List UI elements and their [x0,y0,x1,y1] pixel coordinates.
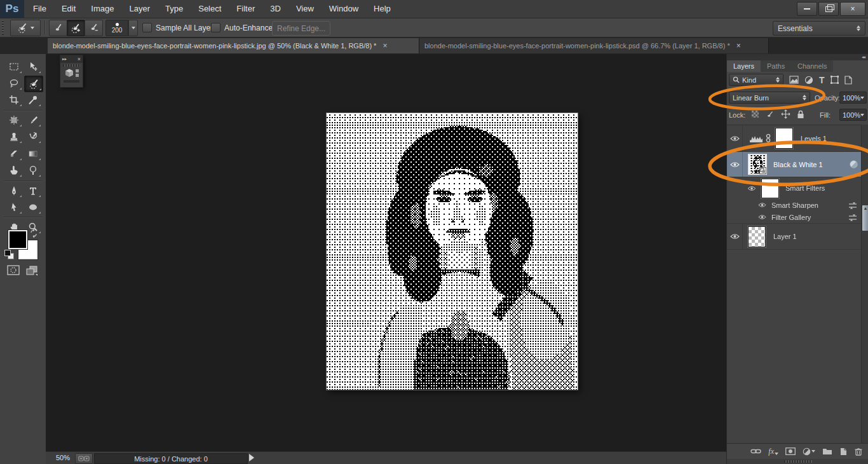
ellipse-shape-tool[interactable] [24,200,42,215]
document-canvas[interactable] [327,113,578,390]
opacity-field[interactable]: 100% [839,92,867,104]
swap-colors-icon[interactable] [29,229,38,238]
filter-adjustment-layers-icon[interactable] [804,76,813,85]
minimize-button[interactable] [797,2,817,16]
menu-layer[interactable]: Layer [122,0,158,18]
dock-resize-grip[interactable] [727,459,868,464]
path-selection-tool[interactable] [5,200,23,215]
layer-row-levels1[interactable]: Levels 1 [727,125,861,152]
levels-mask-thumbnail[interactable] [775,128,793,149]
layer-name[interactable]: Smart Filters [785,184,825,192]
layer-style-icon[interactable]: fx [768,447,778,456]
expand-panel-icon[interactable]: ▸▸ [62,57,67,62]
filter-name[interactable]: Smart Sharpen [771,201,818,209]
layer-row-layer1[interactable]: Layer 1 [727,224,861,250]
tab-channels[interactable]: Channels [791,60,833,72]
fill-field[interactable]: 100% [839,109,867,121]
scrollbar-thumb[interactable]: ▲ [862,205,868,231]
panel-grip[interactable] [63,64,80,67]
smudge-tool[interactable] [5,163,23,178]
delete-layer-trash-icon[interactable] [855,447,862,456]
lock-transparency-icon[interactable] [750,111,760,118]
refine-edge-button[interactable]: Refine Edge... [272,21,330,36]
layer-row-smart-sharpen[interactable]: Smart Sharpen [727,199,861,211]
new-adjustment-layer-icon[interactable] [803,447,815,456]
layer-name[interactable]: Levels 1 [801,135,827,142]
brush-tool[interactable] [24,113,42,128]
tab-close-icon[interactable]: × [383,41,387,50]
menu-select[interactable]: Select [191,0,229,18]
layer-name[interactable]: Black & White 1 [773,161,823,168]
visibility-toggle[interactable] [727,152,743,177]
layer-filter-kind-select[interactable]: Kind [729,74,783,86]
history-brush-tool[interactable] [24,129,42,144]
layer-row-black-white1[interactable]: Black & White 1 [727,152,861,177]
document-tab-2[interactable]: blonde-model-smiling-blue-eyes-face-port… [419,38,769,53]
lock-pixels-icon[interactable] [765,110,775,119]
subtract-from-selection-button[interactable] [85,20,103,36]
menu-help[interactable]: Help [366,0,398,18]
document-tab-1[interactable]: blonde-model-smiling-blue-eyes-face-port… [48,38,419,53]
visibility-toggle[interactable] [727,186,756,191]
workspace-switcher[interactable]: Essentials [773,21,865,36]
layer1-thumbnail[interactable] [748,226,766,247]
menu-edit[interactable]: Edit [54,0,83,18]
menu-image[interactable]: Image [83,0,121,18]
menu-view[interactable]: View [288,0,322,18]
tab-layers[interactable]: Layers [727,60,761,72]
lasso-tool[interactable] [5,76,23,91]
visibility-toggle[interactable] [727,214,766,220]
layer-row-filter-gallery[interactable]: Filter Gallery [727,211,861,224]
blend-mode-select[interactable]: Linear Burn [729,92,810,104]
new-layer-icon[interactable] [839,447,848,456]
visibility-toggle[interactable] [727,202,766,208]
layer-row-smart-filters[interactable]: Smart Filters [727,177,861,199]
zoom-level-field[interactable]: 50% [56,454,70,461]
new-group-icon[interactable] [822,447,832,455]
add-to-selection-button[interactable] [67,20,85,36]
visibility-toggle[interactable] [727,224,743,249]
menu-filter[interactable]: Filter [229,0,262,18]
filter-mask-thumbnail[interactable] [761,179,779,198]
gradient-tool[interactable] [24,146,42,161]
new-selection-button[interactable] [49,20,67,36]
eraser-tool[interactable] [5,146,23,161]
auto-enhance-checkbox[interactable] [211,23,220,32]
quick-selection-tool[interactable] [24,76,43,92]
link-layers-icon[interactable] [750,448,761,454]
layer-name[interactable]: Layer 1 [773,233,797,240]
sample-all-layers-option[interactable]: Sample All Layers [142,23,217,32]
crop-tool[interactable] [5,92,23,107]
status-icon-button[interactable] [75,453,93,464]
close-panel-icon[interactable]: × [78,56,81,62]
brush-dropdown-button[interactable] [128,20,138,36]
foreground-color-swatch[interactable] [8,230,27,249]
mask-link-icon[interactable] [766,133,771,143]
menu-type[interactable]: Type [158,0,191,18]
filter-type-layers-icon[interactable]: T [819,76,825,85]
filter-options-icon[interactable] [848,214,857,221]
close-button[interactable]: × [840,2,865,16]
status-expand-icon[interactable] [249,454,254,461]
add-layer-mask-icon[interactable] [785,447,796,455]
rectangular-marquee-tool[interactable] [5,59,23,74]
layers-scrollbar[interactable]: ▲ [861,125,868,464]
type-tool[interactable] [24,183,42,198]
filter-smart-objects-icon[interactable] [844,76,852,85]
lock-position-icon[interactable] [780,109,790,119]
options-grip[interactable] [2,20,4,35]
collapse-dock-icon[interactable]: ◂◂ [862,55,865,60]
tool-preset-picker[interactable] [10,20,41,36]
smart-object-thumbnail[interactable] [748,154,767,175]
healing-brush-tool[interactable] [5,113,23,128]
dodge-tool[interactable] [24,163,42,178]
visibility-toggle[interactable] [727,125,743,151]
menu-3d[interactable]: 3D [262,0,288,18]
filter-name[interactable]: Filter Gallery [771,214,811,221]
filter-options-icon[interactable] [848,201,857,209]
move-tool[interactable] [24,59,42,74]
auto-enhance-option[interactable]: Auto-Enhance [211,23,273,32]
cube-3d-icon[interactable] [64,68,74,78]
restore-button[interactable] [818,2,839,16]
sample-all-layers-checkbox[interactable] [142,23,152,32]
